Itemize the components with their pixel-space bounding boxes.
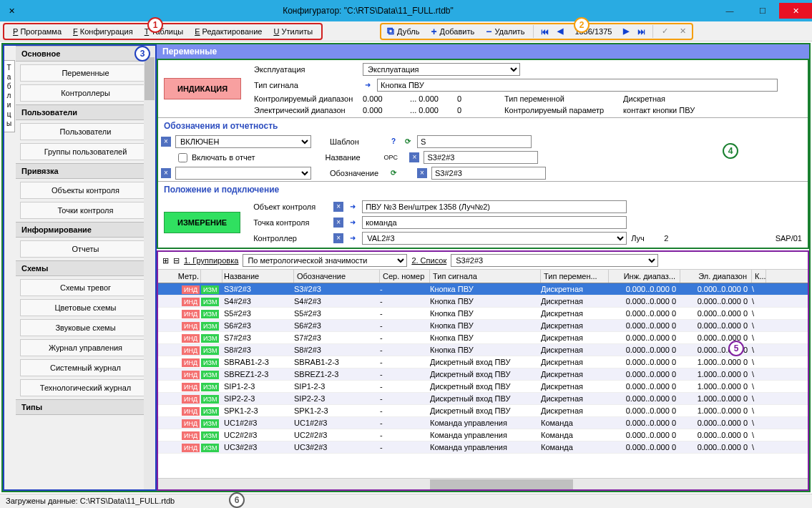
maximize-button[interactable]: ☐ bbox=[746, 3, 779, 19]
select-grouping[interactable]: По метрологической значимости bbox=[243, 254, 407, 267]
label-template: Шаблон bbox=[327, 137, 384, 146]
x-icon-5[interactable]: × bbox=[333, 202, 343, 212]
table-row[interactable]: ИНДИЗМSBRAB1-2-3SBRAB1-2-3-Дискретный вх… bbox=[158, 356, 808, 368]
minus-icon: − bbox=[486, 26, 491, 37]
apply-icon[interactable]: ✓ bbox=[659, 26, 671, 36]
sidebar-item-objects[interactable]: Объекты контроля bbox=[20, 182, 151, 199]
sidebar-item-color-schemes[interactable]: Цветовые схемы bbox=[20, 299, 151, 316]
close-button[interactable]: ✕ bbox=[779, 3, 812, 19]
arrow-icon-4[interactable]: ➜ bbox=[348, 233, 358, 243]
arrow-icon-3[interactable]: ➜ bbox=[348, 218, 358, 228]
select-list[interactable]: S3#2#3 bbox=[451, 254, 658, 267]
menu-edit[interactable]: E Редактирование bbox=[189, 26, 268, 37]
refresh-icon-2[interactable]: ⟳ bbox=[388, 168, 398, 178]
app-icon: ✕ bbox=[4, 6, 19, 16]
sidebar-item-variables[interactable]: Переменные bbox=[20, 64, 151, 82]
sidebar-item-alarm-schemes[interactable]: Схемы тревог bbox=[20, 279, 151, 296]
sidebar-item-groups[interactable]: Группы пользователей bbox=[20, 143, 151, 160]
sidebar-group-schemes: Схемы bbox=[16, 260, 155, 276]
nav-next-icon[interactable]: ▶ bbox=[622, 26, 630, 36]
table-row[interactable]: ИНДИЗМS6#2#3S6#2#3-Кнопка ПВУДискретная0… bbox=[158, 320, 808, 332]
collapse-icon[interactable]: ⊟ bbox=[173, 256, 180, 265]
dup-icon: ⧉ bbox=[387, 25, 394, 37]
x-icon-7[interactable]: × bbox=[333, 233, 343, 243]
toolbar-box: ⧉Дубль +Добавить −Удалить ⏮ ◀ 1336/1375 … bbox=[380, 23, 693, 40]
window-title: Конфигуратор: "C:\RTS\Data\11_FULL.rtdb" bbox=[23, 6, 713, 16]
table-row[interactable]: ИНДИЗМSIP2-2-3SIP2-2-3-Дискретный вход П… bbox=[158, 393, 808, 405]
minimize-button[interactable]: — bbox=[713, 3, 746, 19]
sidebar-scrollbar[interactable] bbox=[144, 46, 155, 489]
sidebar-tab[interactable]: Таблицы bbox=[3, 60, 15, 132]
label-name: Название bbox=[322, 153, 379, 162]
table-row[interactable]: ИНДИЗМS8#2#3S8#2#3-Кнопка ПВУДискретная0… bbox=[158, 344, 808, 356]
measurement-button[interactable]: ИЗМЕРЕНИЕ bbox=[164, 212, 240, 233]
nav-last-icon[interactable]: ⏭ bbox=[636, 27, 647, 36]
table-row[interactable]: ИНДИЗМSBREZ1-2-3SBREZ1-2-3-Дискретный вх… bbox=[158, 368, 808, 381]
table-row[interactable]: ИНДИЗМSIP1-2-3SIP1-2-3-Дискретный вход П… bbox=[158, 381, 808, 393]
menu-tables[interactable]: T Таблицы bbox=[139, 26, 190, 37]
table-row[interactable]: ИНДИЗМS5#2#3S5#2#3-Кнопка ПВУДискретная0… bbox=[158, 308, 808, 320]
menu-config[interactable]: F Конфигурация bbox=[67, 26, 139, 37]
x-icon[interactable]: × bbox=[161, 137, 171, 147]
x-icon-6[interactable]: × bbox=[333, 218, 343, 228]
sidebar-item-points[interactable]: Точки контроля bbox=[20, 202, 151, 219]
menubar: Р Программа F Конфигурация T Таблицы E Р… bbox=[0, 21, 812, 41]
checkbox-include-report[interactable] bbox=[178, 153, 187, 162]
table-row[interactable]: ИНДИЗМS7#2#3S7#2#3-Кнопка ПВУДискретная0… bbox=[158, 332, 808, 344]
sidebar-item-tech-log[interactable]: Технологический журнал bbox=[20, 379, 151, 396]
refresh-icon[interactable]: ⟳ bbox=[403, 137, 413, 147]
select-controller[interactable]: VAL2#3 bbox=[362, 232, 627, 245]
sidebar-group-users: Пользователи bbox=[16, 104, 155, 120]
input-name[interactable] bbox=[424, 151, 538, 164]
sidebar-item-control-log[interactable]: Журнал управления bbox=[20, 339, 151, 356]
table-row[interactable]: ИНДИЗМUC3#2#3UC3#2#3-Команда управленияК… bbox=[158, 441, 808, 454]
table-row[interactable]: ИНДИЗМSPK1-2-3SPK1-2-3-Дискретный вход П… bbox=[158, 405, 808, 417]
menu-utils[interactable]: U Утилиты bbox=[268, 26, 318, 37]
select-exploitation[interactable]: Эксплуатация bbox=[363, 63, 520, 76]
field-object[interactable]: ПВУ №3 Вен/штрек 1358 (Луч№2) bbox=[362, 200, 627, 213]
nav-first-icon[interactable]: ⏮ bbox=[539, 27, 550, 36]
input-template[interactable] bbox=[417, 135, 532, 148]
table-row[interactable]: ИНДИЗМUC2#2#3UC2#2#3-Команда управленияК… bbox=[158, 429, 808, 441]
arrow-icon[interactable]: ➜ bbox=[363, 80, 373, 90]
sidebar-item-users[interactable]: Пользователи bbox=[20, 123, 151, 140]
select-extra[interactable] bbox=[175, 167, 311, 180]
sidebar-item-reports[interactable]: Отчеты bbox=[20, 240, 151, 258]
annotation-2: 2 bbox=[574, 17, 590, 33]
add-button[interactable]: +Добавить bbox=[428, 24, 477, 39]
label-object: Объект контроля bbox=[250, 202, 329, 211]
label-designation: Обозначение bbox=[327, 169, 384, 177]
grid-body[interactable]: ИНДИЗМS3#2#3S3#2#3-Кнопка ПВУДискретная0… bbox=[158, 283, 808, 478]
help-icon[interactable]: ? bbox=[388, 137, 398, 147]
table-row[interactable]: ИНДИЗМS4#2#3S4#2#3-Кнопка ПВУДискретная0… bbox=[158, 295, 808, 308]
x-icon-4[interactable]: × bbox=[417, 168, 427, 178]
del-button[interactable]: −Удалить bbox=[483, 24, 527, 39]
sidebar-group-inform: Информирование bbox=[16, 222, 155, 238]
table-row[interactable]: ИНДИЗМS3#2#3S3#2#3-Кнопка ПВУДискретная0… bbox=[158, 283, 808, 295]
x-icon-3[interactable]: × bbox=[161, 168, 171, 178]
arrow-icon-2[interactable]: ➜ bbox=[348, 202, 358, 212]
annotation-5: 5 bbox=[728, 341, 744, 356]
table-row[interactable]: ИНДИЗМUC1#2#3UC1#2#3-Команда управленияК… bbox=[158, 417, 808, 429]
tree-icon[interactable]: ⊞ bbox=[162, 256, 169, 265]
label-exploitation: Эксплуатация bbox=[251, 65, 358, 74]
sidebar-item-system-log[interactable]: Системный журнал bbox=[20, 359, 151, 376]
x-icon-2[interactable]: × bbox=[409, 152, 419, 162]
field-signal-type[interactable]: Кнопка ПВУ bbox=[377, 79, 778, 92]
sidebar-item-sound-schemes[interactable]: Звуковые схемы bbox=[20, 319, 151, 336]
grid-hscrollbar[interactable] bbox=[158, 478, 808, 489]
cancel-icon[interactable]: ✕ bbox=[677, 26, 689, 36]
annotation-1: 1 bbox=[147, 17, 163, 33]
nav-prev-icon[interactable]: ◀ bbox=[556, 26, 564, 36]
select-enabled[interactable]: ВКЛЮЧЕН bbox=[175, 135, 311, 148]
field-point[interactable]: команда bbox=[362, 216, 627, 229]
input-designation[interactable] bbox=[431, 167, 546, 180]
grid-header: Метр. Название Обозначение Сер. номер Ти… bbox=[158, 270, 808, 283]
indication-button[interactable]: ИНДИКАЦИЯ bbox=[164, 78, 241, 99]
label-grouping: 1. Группировка bbox=[184, 256, 238, 265]
dup-button[interactable]: ⧉Дубль bbox=[384, 24, 422, 39]
section-designations: Обозначения и отчетность bbox=[158, 118, 808, 134]
label-signal-type: Тип сигнала bbox=[251, 81, 358, 89]
sidebar-item-controllers[interactable]: Контроллеры bbox=[20, 84, 151, 102]
menu-program[interactable]: Р Программа bbox=[7, 26, 67, 37]
